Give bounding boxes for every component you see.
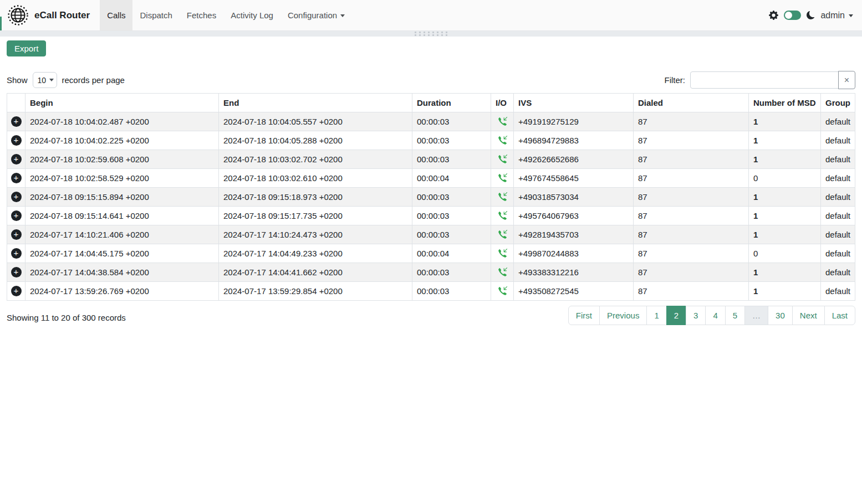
column-header-i-o: I/O [491,94,514,112]
msd-cell: 1 [749,225,821,244]
table-footer: Showing 11 to 20 of 300 records FirstPre… [7,306,855,325]
pagination-30[interactable]: 30 [768,306,793,325]
phone-incoming-icon [493,249,511,258]
group-cell: default [821,263,855,282]
user-menu[interactable]: admin [820,11,853,20]
io-cell [491,225,514,244]
begin-cell: 2024-07-18 10:04:02.225 +0200 [25,131,219,150]
table-row: +2024-07-18 10:02:58.529 +02002024-07-18… [7,169,855,188]
filter-input[interactable] [690,71,839,89]
msd-cell: 1 [749,150,821,169]
ivs-cell: +493508272545 [514,282,634,301]
brand[interactable]: eCall Router [0,0,100,30]
end-cell: 2024-07-18 10:04:05.557 +0200 [219,112,412,131]
io-cell [491,150,514,169]
user-menu-label: admin [820,11,845,20]
io-cell [491,207,514,225]
expand-row-button[interactable]: + [11,192,22,202]
column-header-duration: Duration [412,94,491,112]
duration-cell: 00:00:03 [412,131,491,150]
table-row: +2024-07-18 10:02:59.608 +02002024-07-18… [7,150,855,169]
pagination-next[interactable]: Next [792,306,825,325]
splitter-bar[interactable] [0,31,862,37]
nav-tab-calls[interactable]: Calls [100,0,132,30]
ivs-cell: +493383312216 [514,263,634,282]
column-header-begin: Begin [25,94,219,112]
ivs-cell: +492626652686 [514,150,634,169]
pagination-last[interactable]: Last [824,306,855,325]
nav-tabs: CallsDispatchFetchesActivity LogConfigur… [100,0,352,30]
phone-incoming-icon [493,286,511,296]
expand-row-button[interactable]: + [11,286,22,296]
expand-row-button[interactable]: + [11,173,22,183]
msd-cell: 1 [749,188,821,207]
theme-toggle[interactable] [784,11,801,20]
filter-label: Filter: [665,75,686,85]
expand-cell: + [7,282,25,301]
gear-icon [769,11,778,20]
export-button[interactable]: Export [7,40,46,56]
begin-cell: 2024-07-18 09:15:14.641 +0200 [25,207,219,225]
duration-cell: 00:00:03 [412,225,491,244]
nav-tab-dispatch[interactable]: Dispatch [132,0,179,30]
begin-cell: 2024-07-18 10:02:59.608 +0200 [25,150,219,169]
expand-cell: + [7,150,25,169]
duration-cell: 00:00:04 [412,244,491,263]
expand-row-button[interactable]: + [11,267,22,277]
drag-handle-icon [415,32,447,36]
page-size-select-wrap: 10 [33,72,57,88]
page-size-select[interactable]: 10 [33,72,57,88]
expand-cell: + [7,263,25,282]
end-cell: 2024-07-17 13:59:29.854 +0200 [219,282,412,301]
expand-row-button[interactable]: + [11,248,22,259]
table-row: +2024-07-18 10:04:02.225 +02002024-07-18… [7,131,855,150]
duration-cell: 00:00:03 [412,150,491,169]
left-edge-accent [0,17,2,30]
io-cell [491,131,514,150]
phone-incoming-icon [493,117,511,126]
pagination-previous[interactable]: Previous [599,306,647,325]
column-header-group: Group [821,94,855,112]
expand-row-button[interactable]: + [11,154,22,164]
nav-tab-activity-log[interactable]: Activity Log [223,0,280,30]
msd-cell: 1 [749,131,821,150]
expand-row-button[interactable]: + [11,210,22,221]
filter-group: Filter: × [665,71,856,89]
msd-cell: 1 [749,282,821,301]
io-cell [491,112,514,131]
duration-cell: 00:00:03 [412,188,491,207]
group-cell: default [821,112,855,131]
expand-row-button[interactable]: + [11,116,22,127]
begin-cell: 2024-07-17 14:04:45.175 +0200 [25,244,219,263]
group-cell: default [821,131,855,150]
expand-row-button[interactable]: + [11,135,22,146]
pagination-1[interactable]: 1 [646,306,666,325]
records-summary: Showing 11 to 20 of 300 records [7,306,126,322]
column-header-end: End [219,94,412,112]
expand-row-button[interactable]: + [11,229,22,240]
pagination: FirstPrevious12345…30NextLast [568,306,855,325]
end-cell: 2024-07-17 14:04:49.233 +0200 [219,244,412,263]
dialed-cell: 87 [634,282,749,301]
nav-tab-configuration[interactable]: Configuration [280,0,352,30]
dialed-cell: 87 [634,169,749,188]
brand-title: eCall Router [34,10,90,21]
phone-incoming-icon [493,268,511,277]
nav-tab-fetches[interactable]: Fetches [180,0,223,30]
filter-clear-button[interactable]: × [838,71,855,89]
pagination-first[interactable]: First [568,306,600,325]
pagination-5[interactable]: 5 [725,306,745,325]
ivs-cell: +492819435703 [514,225,634,244]
pagination-3[interactable]: 3 [686,306,706,325]
page-size-prefix-label: Show [7,75,28,85]
phone-incoming-icon [493,155,511,164]
pagination-2[interactable]: 2 [666,306,686,325]
pagination-4[interactable]: 4 [705,306,725,325]
ivs-cell: +495764067963 [514,207,634,225]
table-row: +2024-07-17 13:59:26.769 +02002024-07-17… [7,282,855,301]
io-cell [491,188,514,207]
table-header-row: BeginEndDurationI/OIVSDialedNumber of MS… [7,94,855,112]
end-cell: 2024-07-18 09:15:17.735 +0200 [219,207,412,225]
expand-cell: + [7,112,25,131]
group-cell: default [821,169,855,188]
